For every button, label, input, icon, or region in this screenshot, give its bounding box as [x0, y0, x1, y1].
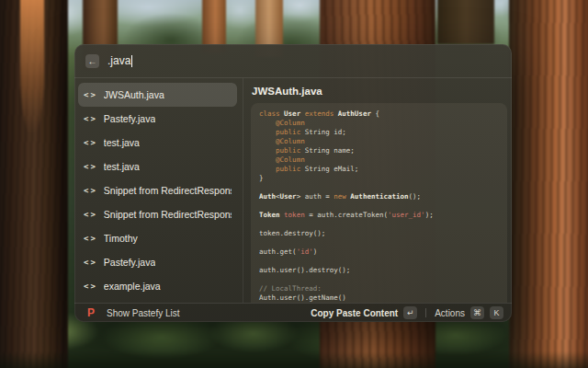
list-item[interactable]: <>Snippet from RedirectResponse....: [78, 202, 237, 226]
command-name-label: Show Pastefy List: [107, 308, 179, 318]
list-item[interactable]: <>JWSAuth.java: [78, 83, 237, 107]
code-line: class User extends AuthUser {: [259, 109, 499, 119]
primary-action-button[interactable]: Copy Paste Content ↵: [311, 306, 417, 319]
code-line: @Column: [259, 119, 499, 128]
command-key-icon: ⌘: [470, 306, 484, 319]
search-input[interactable]: .java: [107, 54, 132, 67]
code-line: @Column: [259, 137, 499, 146]
code-line: auth.user().destroy();: [259, 266, 499, 275]
code-line: }: [259, 174, 499, 183]
footer-separator: [425, 308, 426, 317]
code-line: [259, 201, 499, 211]
list-item-label: test.java: [104, 161, 140, 172]
code-snippet-icon: <>: [84, 282, 97, 291]
code-line: Token token = auth.createToken('user_id'…: [259, 211, 499, 220]
preview-pane: JWSAuth.java class User extends AuthUser…: [243, 78, 512, 303]
k-key-icon: K: [490, 306, 503, 319]
code-line: [259, 238, 499, 247]
list-item[interactable]: <>example.java: [78, 274, 237, 298]
launcher-window: ← .java <>JWSAuth.java<>Pastefy.java<>te…: [74, 44, 512, 322]
pastefy-logo-icon: P: [87, 306, 95, 319]
actions-label: Actions: [435, 308, 465, 318]
code-line: auth.get('id'): [259, 247, 499, 257]
code-snippet-icon: <>: [84, 162, 97, 171]
list-item-label: Snippet from RedirectResponse....: [104, 185, 232, 196]
code-line: [259, 257, 499, 266]
tree-trunk-lit: [20, 0, 44, 134]
primary-action-label: Copy Paste Content: [311, 308, 398, 318]
code-snippet-icon: <>: [84, 114, 97, 123]
tree-trunk: [437, 0, 494, 44]
list-item[interactable]: <>Pastefy.java: [78, 250, 237, 274]
return-key-icon: ↵: [403, 306, 417, 319]
code-preview: class User extends AuthUser { @Column pu…: [251, 103, 507, 303]
back-arrow-icon: ←: [88, 56, 97, 66]
results-list: <>JWSAuth.java<>Pastefy.java<>test.java<…: [74, 78, 243, 303]
code-line: public String id;: [259, 128, 499, 137]
footer-bar: P Show Pastefy List Copy Paste Content ↵…: [74, 304, 512, 322]
code-snippet-icon: <>: [84, 210, 97, 219]
list-item-label: Timothy: [104, 233, 138, 244]
code-line: [259, 183, 499, 192]
code-line: token.destroy();: [259, 229, 499, 238]
code-snippet-icon: <>: [84, 186, 97, 195]
code-line: Auth.user().getName(): [259, 293, 499, 303]
list-item-label: test.java: [104, 137, 140, 148]
list-item[interactable]: <>Timothy: [78, 226, 237, 250]
list-item[interactable]: <>Pastefy.java: [78, 107, 237, 131]
list-item-label: Pastefy.java: [104, 113, 155, 124]
code-snippet-icon: <>: [84, 258, 97, 267]
code-snippet-icon: <>: [84, 138, 97, 147]
code-line: [259, 220, 499, 229]
code-line: Auth<User> auth = new Authentication();: [259, 192, 499, 201]
list-item[interactable]: <>Snippet from RedirectResponse....: [78, 178, 237, 202]
code-snippet-icon: <>: [84, 234, 97, 243]
tree-trunk-right: [509, 0, 588, 368]
results-body: <>JWSAuth.java<>Pastefy.java<>test.java<…: [74, 78, 512, 303]
actions-menu-button[interactable]: Actions ⌘ K: [435, 306, 503, 319]
preview-title: JWSAuth.java: [251, 86, 507, 97]
code-line: [259, 275, 499, 284]
code-line: // LocalThread:: [259, 284, 499, 293]
ground-shadow: [0, 351, 588, 368]
list-item[interactable]: <>test.java: [78, 155, 237, 178]
list-item-label: example.java: [104, 281, 161, 292]
list-item[interactable]: <>test.java: [78, 131, 237, 155]
code-line: public String eMail;: [259, 165, 499, 174]
code-line: @Column: [259, 155, 499, 165]
code-line: public String name;: [259, 146, 499, 155]
code-snippet-icon: <>: [84, 90, 97, 99]
search-bar: ← .java: [74, 44, 512, 77]
list-item-label: Pastefy.java: [104, 257, 155, 268]
search-query-text: .java: [107, 54, 130, 67]
list-item-label: Snippet from RedirectResponse....: [104, 209, 232, 220]
list-item-label: JWSAuth.java: [104, 89, 164, 100]
back-button[interactable]: ←: [85, 54, 99, 68]
text-caret: [131, 55, 132, 67]
